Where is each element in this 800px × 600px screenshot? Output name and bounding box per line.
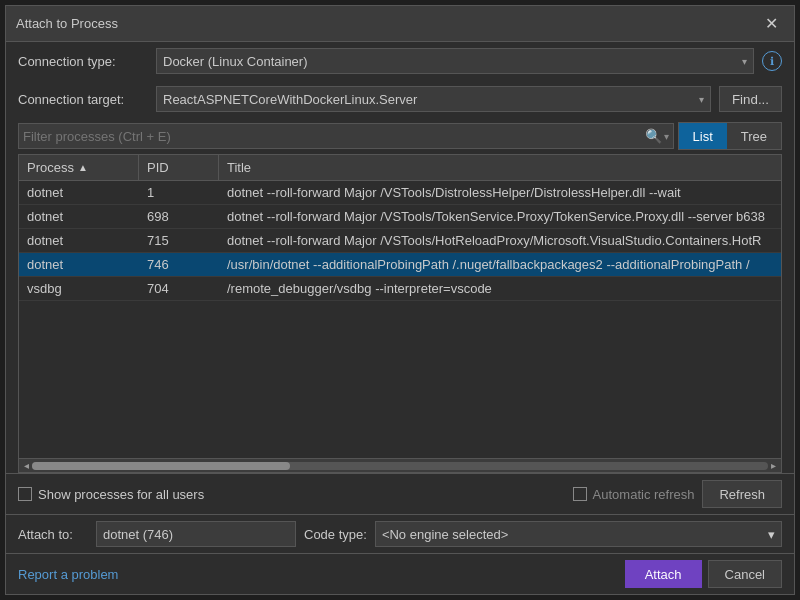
connection-target-row: Connection target: ReactASPNETCoreWithDo… — [6, 80, 794, 118]
cell-pid: 1 — [139, 181, 219, 204]
col-header-process[interactable]: Process ▲ — [19, 155, 139, 180]
find-button[interactable]: Find... — [719, 86, 782, 112]
cell-process: dotnet — [19, 253, 139, 276]
table-body: dotnet1dotnet --roll-forward Major /VSTo… — [19, 181, 781, 458]
show-all-users-checkbox-wrapper[interactable]: Show processes for all users — [18, 487, 204, 502]
connection-type-value: Docker (Linux Container) — [163, 54, 308, 69]
cell-process: dotnet — [19, 229, 139, 252]
connection-type-info-icon[interactable]: ℹ — [762, 51, 782, 71]
scroll-left-icon[interactable]: ◂ — [21, 460, 32, 471]
table-row[interactable]: dotnet715dotnet --roll-forward Major /VS… — [19, 229, 781, 253]
filter-dropdown-icon[interactable]: ▾ — [664, 131, 669, 142]
cell-pid: 698 — [139, 205, 219, 228]
connection-type-row: Connection type: Docker (Linux Container… — [6, 42, 794, 80]
table-row[interactable]: dotnet746/usr/bin/dotnet --additionalPro… — [19, 253, 781, 277]
connection-target-label: Connection target: — [18, 92, 148, 107]
cell-pid: 746 — [139, 253, 219, 276]
attach-to-label: Attach to: — [18, 527, 88, 542]
cell-process: vsdbg — [19, 277, 139, 300]
tree-view-button[interactable]: Tree — [727, 123, 781, 149]
footer-row: Report a problem Attach Cancel — [6, 553, 794, 594]
title-bar: Attach to Process ✕ — [6, 6, 794, 42]
attach-button[interactable]: Attach — [625, 560, 702, 588]
cell-process: dotnet — [19, 205, 139, 228]
auto-refresh-label: Automatic refresh — [593, 487, 695, 502]
code-type-arrow-icon: ▾ — [768, 527, 775, 542]
connection-type-arrow-icon: ▾ — [742, 56, 747, 67]
connection-target-combo[interactable]: ReactASPNETCoreWithDockerLinux.Server ▾ — [156, 86, 711, 112]
attach-to-process-dialog: Attach to Process ✕ Connection type: Doc… — [5, 5, 795, 595]
attach-to-input[interactable] — [96, 521, 296, 547]
code-type-combo[interactable]: <No engine selected> ▾ — [375, 521, 782, 547]
close-button[interactable]: ✕ — [759, 12, 784, 35]
show-all-users-checkbox[interactable] — [18, 487, 32, 501]
code-type-label: Code type: — [304, 527, 367, 542]
show-all-users-label: Show processes for all users — [38, 487, 204, 502]
cell-title: dotnet --roll-forward Major /VSTools/Dis… — [219, 181, 781, 204]
cell-title: dotnet --roll-forward Major /VSTools/Tok… — [219, 205, 781, 228]
horizontal-scrollbar[interactable]: ◂ ▸ — [19, 458, 781, 472]
scroll-right-icon[interactable]: ▸ — [768, 460, 779, 471]
sort-arrow-icon: ▲ — [78, 162, 88, 173]
connection-type-label: Connection type: — [18, 54, 148, 69]
cell-pid: 704 — [139, 277, 219, 300]
scrollbar-thumb[interactable] — [32, 462, 290, 470]
cell-title: /usr/bin/dotnet --additionalProbingPath … — [219, 253, 781, 276]
filter-row: 🔍 ▾ List Tree — [6, 118, 794, 154]
scrollbar-track[interactable] — [32, 462, 768, 470]
process-table: Process ▲ PID Title dotnet1dotnet --roll… — [18, 154, 782, 473]
table-row[interactable]: vsdbg704/remote_debugger/vsdbg --interpr… — [19, 277, 781, 301]
list-view-button[interactable]: List — [679, 123, 727, 149]
auto-refresh-wrapper: Automatic refresh — [573, 487, 695, 502]
col-header-title[interactable]: Title — [219, 155, 781, 180]
cell-process: dotnet — [19, 181, 139, 204]
search-icon: 🔍 — [645, 128, 662, 144]
report-problem-link[interactable]: Report a problem — [18, 567, 118, 582]
refresh-button[interactable]: Refresh — [702, 480, 782, 508]
auto-refresh-checkbox[interactable] — [573, 487, 587, 501]
filter-input-wrapper: 🔍 ▾ — [18, 123, 674, 149]
bottom-bar: Show processes for all users Automatic r… — [6, 473, 794, 514]
col-header-pid[interactable]: PID — [139, 155, 219, 180]
connection-type-combo[interactable]: Docker (Linux Container) ▾ — [156, 48, 754, 74]
cell-title: dotnet --roll-forward Major /VSTools/Hot… — [219, 229, 781, 252]
table-row[interactable]: dotnet1dotnet --roll-forward Major /VSTo… — [19, 181, 781, 205]
code-type-value: <No engine selected> — [382, 527, 508, 542]
dialog-title: Attach to Process — [16, 16, 118, 31]
view-buttons: List Tree — [678, 122, 782, 150]
cell-pid: 715 — [139, 229, 219, 252]
connection-target-arrow-icon: ▾ — [699, 94, 704, 105]
cell-title: /remote_debugger/vsdbg --interpreter=vsc… — [219, 277, 781, 300]
attach-to-row: Attach to: Code type: <No engine selecte… — [6, 514, 794, 553]
table-header: Process ▲ PID Title — [19, 155, 781, 181]
connection-target-value: ReactASPNETCoreWithDockerLinux.Server — [163, 92, 417, 107]
filter-input[interactable] — [23, 129, 645, 144]
table-row[interactable]: dotnet698dotnet --roll-forward Major /VS… — [19, 205, 781, 229]
cancel-button[interactable]: Cancel — [708, 560, 782, 588]
